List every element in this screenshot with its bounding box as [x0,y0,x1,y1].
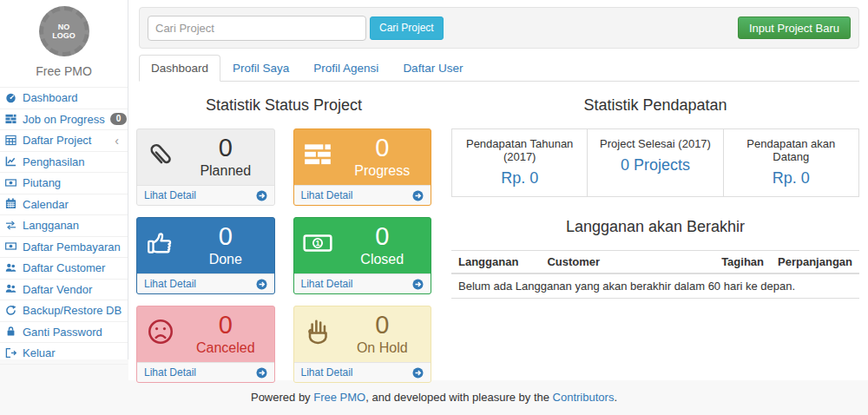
job-count-badge: 0 [110,113,128,125]
col-customer: Customer [540,251,709,274]
sidebar-item-job-on-progress[interactable]: Job on Progress 0 [0,109,128,131]
no-logo-badge: NO LOGO [39,6,89,56]
arrow-circle-right-icon [412,279,424,290]
footer-text: . [614,391,617,404]
sidebar-menu: Dashboard Job on Progress 0 Daftar Proje… [0,87,128,365]
calendar-icon [5,198,17,210]
users-icon [5,262,17,274]
sidebar-item-daftar-project[interactable]: Daftar Project ‹ [0,130,128,152]
income-stat-value[interactable]: 0 Projects [593,156,717,175]
lihat-detail-link[interactable]: Lihat Detail [294,362,431,382]
subscription-empty-row: Belum ada Langganan yang akan berakhir d… [451,273,859,299]
arrow-circle-right-icon [256,190,267,201]
sidebar-item-label: Dashboard [23,91,78,104]
new-project-button[interactable]: Input Project Baru [738,16,851,39]
status-label: Closed [334,252,431,267]
income-stat-value[interactable]: Rp. 0 [729,169,853,188]
users-icon [5,283,17,295]
page-footer: Powered by Free PMO, and developed with … [0,380,868,415]
income-stat-value[interactable]: Rp. 0 [457,169,582,188]
tab-dashboard[interactable]: Dashboard [139,55,220,82]
income-stat: Pendapatan Tahunan (2017) Rp. 0 [452,129,587,196]
thumbs-up-icon [145,227,176,259]
sidebar-item-penghasilan[interactable]: Penghasilan [0,152,128,174]
tasks-icon [302,139,333,170]
sidebar-item-daftar-customer[interactable]: Daftar Customer [0,258,128,280]
sidebar-item-label: Backup/Restore DB [23,304,122,317]
tab-bar: Dashboard Profil Saya Profil Agensi Daft… [139,55,859,82]
arrow-circle-right-icon [412,367,424,379]
line-chart-icon [5,155,17,168]
sidebar-item-label: Daftar Project [23,134,91,147]
col-langganan: Langganan [451,251,540,274]
subscription-empty-message: Belum ada Langganan yang akan berakhir d… [451,273,859,299]
sidebar-item-daftar-pembayaran[interactable]: Daftar Pembayaran [0,237,128,259]
money-icon [5,177,17,189]
contributors-link[interactable]: Contributors [553,391,615,404]
status-section: Statistik Status Project 0 Planned Lihat… [136,93,431,383]
tab-daftar-user[interactable]: Daftar User [391,55,475,82]
search-bar: Cari Project Input Project Baru [139,7,859,49]
free-pmo-dashboard: NO LOGO Free PMO Dashboard Job on Progre… [0,0,868,415]
main-panel: Cari Project Input Project Baru Dashboar… [128,0,868,380]
income-stat-label: Pendapatan akan Datang [729,137,853,163]
sidebar-item-piutang[interactable]: Piutang [0,173,128,194]
lihat-detail-link[interactable]: Lihat Detail [137,185,274,205]
lihat-detail-link[interactable]: Lihat Detail [137,273,274,293]
sidebar-item-backup-restore[interactable]: Backup/Restore DB [0,300,128,322]
search-input[interactable] [148,16,366,41]
sidebar-item-ganti-password[interactable]: Ganti Password [0,322,128,344]
sidebar-item-label: Keluar [23,346,56,359]
subscription-table: Langganan Customer Tagihan Perpanjangan … [451,250,859,299]
tab-profil-saya[interactable]: Profil Saya [220,55,301,82]
subscription-section-title: Langganan akan Berakhir [451,218,859,236]
sign-out-icon [5,347,17,359]
hand-icon [302,316,333,347]
subscription-table-header-row: Langganan Customer Tagihan Perpanjangan [451,251,859,274]
retweet-icon [5,220,17,232]
lihat-detail-link[interactable]: Lihat Detail [294,185,431,205]
sidebar-item-label: Langganan [23,219,79,232]
sidebar: NO LOGO Free PMO Dashboard Job on Progre… [0,0,128,359]
svg-text:1: 1 [315,239,319,247]
sidebar-item-label: Penghasilan [23,155,85,168]
free-pmo-link[interactable]: Free PMO [313,391,365,404]
lihat-detail-link[interactable]: Lihat Detail [294,273,431,293]
money-icon: 1 [302,227,333,259]
status-label: Planned [177,163,274,179]
status-label: On Hold [334,340,431,356]
sidebar-item-label: Job on Progress [23,113,105,126]
status-label: Done [177,252,274,267]
income-stat: Project Selesai (2017) 0 Projects [587,129,722,196]
income-stat-label: Pendapatan Tahunan (2017) [457,137,582,163]
income-stats: Pendapatan Tahunan (2017) Rp. 0 Project … [451,128,859,197]
sidebar-item-dashboard[interactable]: Dashboard [0,88,128,109]
search-button[interactable]: Cari Project [370,16,444,40]
col-tagihan: Tagihan [710,251,771,274]
sidebar-item-label: Daftar Customer [23,261,105,274]
status-section-title: Statistik Status Project [136,96,431,115]
sidebar-item-label: Ganti Password [23,326,102,339]
sidebar-item-label: Daftar Vendor [23,283,92,296]
sidebar-item-label: Calendar [23,198,69,211]
footer-text: Powered by [251,391,313,404]
lock-icon [5,326,17,338]
brand-name: Free PMO [0,64,128,78]
status-card-onhold: 0 On Hold Lihat Detail [293,306,432,383]
sidebar-item-daftar-vendor[interactable]: Daftar Vendor [0,280,128,301]
status-label: Progress [334,163,431,179]
money-icon [5,240,17,253]
sidebar-item-keluar[interactable]: Keluar [0,343,128,365]
status-card-done: 0 Done Lihat Detail [136,217,275,294]
status-count: 0 [177,129,274,161]
sidebar-item-calendar[interactable]: Calendar [0,194,128,216]
tab-profil-agensi[interactable]: Profil Agensi [301,55,391,82]
income-section: Statistik Pendapatan Pendapatan Tahunan … [451,93,859,383]
status-card-canceled: 0 Canceled Lihat Detail [136,306,275,383]
status-card-closed: 1 0 Closed Lihat Detail [293,217,432,294]
status-count: 0 [334,306,431,338]
dashboard-content: Statistik Status Project 0 Planned Lihat… [136,93,859,383]
lihat-detail-link[interactable]: Lihat Detail [137,362,274,382]
sidebar-item-langganan[interactable]: Langganan [0,215,128,237]
tasks-icon [5,113,17,125]
